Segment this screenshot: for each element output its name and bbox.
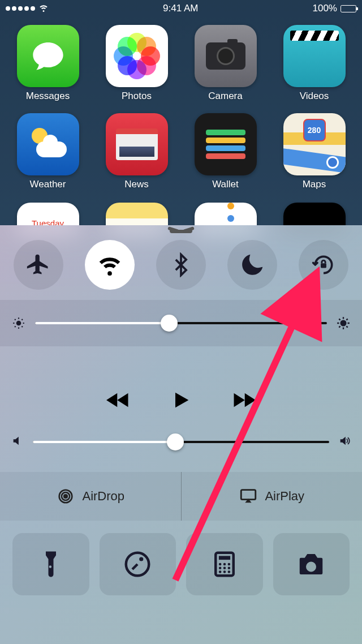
svg-rect-10: [219, 556, 230, 560]
svg-point-1: [17, 321, 21, 325]
play-icon: [170, 389, 192, 411]
fast-forward-icon: [232, 388, 256, 412]
svg-point-15: [223, 567, 226, 570]
svg-point-2: [341, 321, 346, 326]
svg-point-8: [139, 557, 143, 561]
home-apps-grid: Messages Photos Camera Videos Weather: [0, 17, 362, 231]
status-bar: 9:41 AM 100%: [0, 0, 362, 17]
videos-icon: [283, 25, 346, 87]
shortcut-row: [0, 521, 362, 610]
app-label: Photos: [122, 91, 152, 102]
wallet-icon: [195, 113, 257, 175]
timer-button[interactable]: [100, 533, 176, 595]
svg-rect-6: [242, 490, 256, 500]
rotation-lock-toggle[interactable]: [299, 240, 348, 290]
app-label: Wallet: [212, 179, 239, 190]
airplane-mode-toggle[interactable]: [14, 240, 63, 290]
photos-icon: [106, 25, 168, 87]
app-label: Messages: [26, 91, 70, 102]
app-label: News: [124, 179, 149, 190]
svg-point-18: [223, 570, 226, 573]
slider-thumb[interactable]: [161, 315, 178, 332]
bluetooth-toggle[interactable]: [156, 240, 206, 290]
timer-icon: [122, 549, 153, 579]
play-button[interactable]: [170, 389, 192, 414]
airplay-button[interactable]: AirPlay: [182, 472, 363, 521]
app-label: Videos: [300, 91, 329, 102]
wifi-status-icon: [38, 2, 49, 15]
brightness-low-icon: [11, 316, 26, 330]
app-weather[interactable]: Weather: [11, 113, 85, 190]
control-center[interactable]: AirDrop AirPlay: [0, 225, 362, 644]
airdrop-button[interactable]: AirDrop: [0, 472, 181, 521]
signal-dots-icon: [6, 6, 35, 11]
app-videos[interactable]: Videos: [278, 25, 351, 102]
do-not-disturb-toggle[interactable]: [227, 240, 277, 290]
maps-icon: 280: [283, 113, 346, 175]
airplane-icon: [26, 252, 51, 277]
airplay-label: AirPlay: [265, 489, 304, 504]
svg-point-12: [223, 563, 226, 566]
rotation-lock-icon: [311, 252, 336, 277]
svg-point-16: [227, 567, 230, 570]
app-news[interactable]: News: [100, 113, 174, 190]
slider-thumb[interactable]: [167, 433, 184, 450]
wifi-icon: [97, 252, 122, 277]
app-label: Camera: [208, 91, 242, 102]
airplay-icon: [239, 487, 258, 506]
rewind-button[interactable]: [106, 388, 130, 414]
airdrop-label: AirDrop: [82, 489, 124, 504]
app-photos[interactable]: Photos: [100, 25, 174, 102]
bluetooth-icon: [169, 252, 193, 277]
battery-icon: [341, 5, 356, 12]
rewind-icon: [106, 388, 130, 412]
calculator-icon: [209, 549, 240, 579]
weather-icon: [17, 113, 79, 175]
news-icon: [106, 113, 168, 175]
moon-icon: [240, 252, 265, 277]
fast-forward-button[interactable]: [232, 388, 256, 414]
app-messages[interactable]: Messages: [11, 25, 85, 102]
brightness-slider-section: [0, 300, 362, 346]
volume-low-icon: [11, 435, 24, 449]
status-time: 9:41 AM: [163, 3, 198, 14]
flashlight-button[interactable]: [12, 533, 89, 595]
calculator-button[interactable]: [186, 533, 263, 595]
app-camera[interactable]: Camera: [189, 25, 262, 102]
svg-point-17: [219, 570, 222, 573]
svg-point-14: [219, 567, 222, 570]
brightness-high-icon: [336, 316, 351, 330]
app-wallet[interactable]: Wallet: [189, 113, 262, 190]
flashlight-icon: [36, 549, 66, 579]
svg-point-13: [227, 563, 230, 566]
battery-percent: 100%: [313, 3, 337, 14]
app-maps[interactable]: 280 Maps: [278, 113, 351, 190]
svg-point-19: [227, 570, 230, 573]
airdrop-icon: [56, 487, 75, 506]
toggle-row: [0, 225, 362, 300]
media-section: [0, 346, 362, 472]
app-label: Weather: [30, 179, 66, 190]
camera-shortcut-button[interactable]: [273, 533, 350, 595]
svg-point-11: [219, 563, 222, 566]
svg-point-3: [64, 495, 68, 498]
camera-icon: [195, 25, 257, 87]
share-row: AirDrop AirPlay: [0, 472, 362, 521]
brightness-slider[interactable]: [35, 322, 327, 324]
messages-icon: [17, 25, 79, 87]
app-label: Maps: [303, 179, 326, 190]
camera-shortcut-icon: [296, 549, 326, 579]
volume-high-icon: [338, 435, 351, 449]
volume-slider[interactable]: [33, 441, 329, 443]
wifi-toggle[interactable]: [85, 240, 135, 290]
svg-rect-0: [321, 263, 326, 268]
